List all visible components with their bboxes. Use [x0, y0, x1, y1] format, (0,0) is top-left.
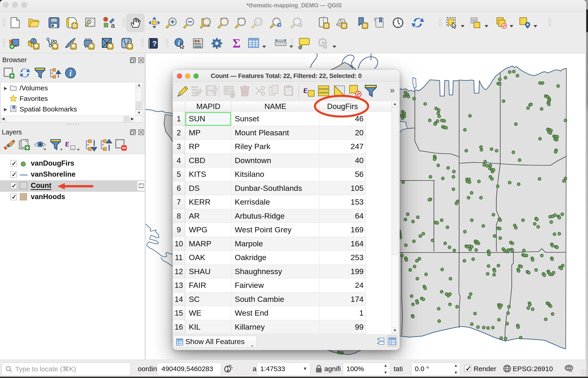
svg-text:?: ?	[152, 40, 157, 48]
svg-text:✱: ✱	[34, 43, 39, 50]
svg-text:✱: ✱	[53, 43, 58, 50]
svg-text:✱: ✱	[89, 43, 94, 50]
svg-text:✱: ✱	[108, 43, 113, 50]
svg-text:a: a	[111, 22, 115, 29]
svg-text:Σ: Σ	[232, 37, 241, 50]
svg-text:1:1: 1:1	[256, 20, 261, 24]
svg-text:✱: ✱	[127, 43, 132, 50]
svg-text:ε: ε	[65, 139, 69, 149]
svg-text:»: »	[390, 86, 395, 95]
svg-text:i: i	[178, 39, 180, 47]
svg-text:✱: ✱	[71, 43, 76, 50]
svg-text:i: i	[69, 68, 72, 78]
svg-text:ε: ε	[303, 84, 308, 95]
